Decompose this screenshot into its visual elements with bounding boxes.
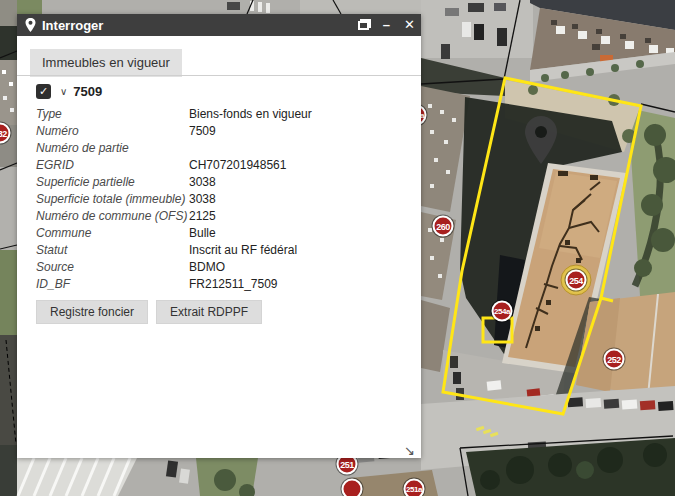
feature-checkbox[interactable]: ✓ [36,84,51,99]
field-row: EGRIDCH707201948561 [36,157,407,174]
field-row: StatutInscrit au RF fédéral [36,242,407,259]
field-row: TypeBiens-fonds en vigueur [36,106,407,123]
field-row: CommuneBulle [36,225,407,242]
resize-handle-icon[interactable]: ↘ [404,443,415,458]
map-marker[interactable]: 254a [492,301,513,322]
field-value: FR212511_7509 [189,276,278,293]
field-value: CH707201948561 [189,157,286,174]
field-label: Type [36,106,189,123]
map-marker[interactable]: 252 [604,349,625,370]
field-value: 3038 [189,191,216,208]
field-row: Numéro de partie [36,140,407,157]
close-icon[interactable]: ✕ [404,14,415,36]
field-row: ID_BFFR212511_7509 [36,276,407,293]
field-label: Numéro de partie [36,140,189,157]
map-marker[interactable]: 254 [566,270,587,291]
action-button[interactable]: Extrait RDPPF [156,300,262,324]
chevron-down-icon[interactable]: ∨ [60,86,67,97]
map-marker[interactable]: 251a [404,479,425,496]
field-label: Source [36,259,189,276]
field-label: Numéro de commune (OFS) [36,208,189,225]
pin-icon [25,18,36,32]
field-value: 3038 [189,174,216,191]
feature-id: 7509 [73,84,102,99]
field-value: 2125 [189,208,216,225]
map-application: { "window": { "title": "Interroger", "ic… [0,0,675,496]
action-buttons: Registre foncierExtrait RDPPF [36,300,262,324]
field-value: Biens-fonds en vigueur [189,106,312,123]
action-button[interactable]: Registre foncier [36,300,148,324]
tab-separator [17,75,421,76]
field-row: Numéro de commune (OFS)2125 [36,208,407,225]
attribute-list: TypeBiens-fonds en vigueurNuméro7509Numé… [36,106,407,293]
field-label: EGRID [36,157,189,174]
field-row: Superficie totale (immeuble)3038 [36,191,407,208]
field-label: Numéro [36,123,189,140]
field-row: Numéro7509 [36,123,407,140]
field-value: 7509 [189,123,216,140]
field-label: Superficie totale (immeuble) [36,191,189,208]
field-label: Commune [36,225,189,242]
map-marker[interactable]: 260 [433,216,454,237]
restore-window-icon[interactable] [358,21,369,30]
field-value: BDMO [189,259,225,276]
field-label: ID_BF [36,276,189,293]
map-marker[interactable]: 232 [0,123,11,144]
dialog-titlebar[interactable]: Interroger – ✕ [17,14,421,36]
minimize-icon[interactable]: – [383,14,390,36]
query-dialog: Interroger – ✕ Immeubles en vigueur ✓ ∨ … [17,14,421,458]
map-marker[interactable] [342,479,363,496]
dialog-body: Immeubles en vigueur ✓ ∨ 7509 TypeBiens-… [17,36,421,458]
field-row: SourceBDMO [36,259,407,276]
field-value: Inscrit au RF fédéral [189,242,297,259]
field-label: Superficie partielle [36,174,189,191]
tab-immeubles-en-vigueur[interactable]: Immeubles en vigueur [30,49,182,77]
feature-header-row: ✓ ∨ 7509 [36,84,102,99]
field-row: Superficie partielle3038 [36,174,407,191]
field-value: Bulle [189,225,216,242]
field-label: Statut [36,242,189,259]
dialog-title: Interroger [42,18,348,33]
